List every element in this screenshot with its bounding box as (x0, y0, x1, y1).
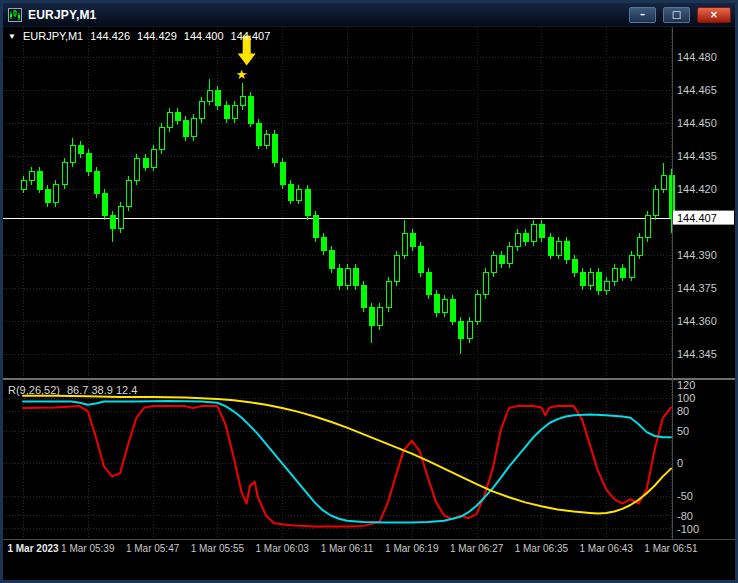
chart-client-area: ★144.480144.465144.450144.435144.420144.… (3, 27, 735, 580)
candle-body (256, 123, 261, 145)
candle-body (369, 308, 374, 326)
chart-window-icon (7, 7, 23, 23)
candle-body (288, 185, 293, 200)
time-axis-label: 1 Mar 2023 (7, 543, 59, 554)
candle-body (313, 215, 318, 237)
candle-body (62, 163, 67, 185)
candle-body (175, 112, 180, 121)
candle-body (467, 321, 472, 339)
candle-body (353, 268, 358, 286)
quote-low: 144.400 (184, 30, 224, 42)
candle-body (426, 273, 431, 295)
candle-body (539, 224, 544, 237)
candle-body (596, 273, 601, 291)
candle-body (499, 255, 504, 264)
candle-body (37, 171, 42, 189)
indicator-axis-label: 100 (677, 392, 695, 404)
quote-symbol: EURJPY,M1 (23, 30, 83, 42)
symbol-dropdown-icon[interactable]: ▼ (8, 32, 16, 41)
candle-body (207, 90, 212, 101)
quote-open: 144.426 (90, 30, 130, 42)
price-axis-label: 144.375 (677, 282, 717, 294)
candle-body (70, 145, 75, 163)
price-axis-label: 144.480 (677, 51, 717, 63)
candle-body (531, 224, 536, 242)
indicator-axis-label: -80 (677, 510, 693, 522)
indicator-axis-label: 80 (677, 405, 689, 417)
candle-body (637, 237, 642, 255)
candle-body (564, 242, 569, 260)
candle-body (377, 308, 382, 326)
time-axis-label: 1 Mar 05:55 (191, 543, 245, 554)
candle-body (45, 189, 50, 202)
signal-star-icon: ★ (236, 67, 248, 82)
maximize-button[interactable]: □ (663, 7, 690, 23)
candle-body (296, 189, 301, 200)
price-axis-label: 144.450 (677, 117, 717, 129)
titlebar[interactable]: EURJPY,M1 – □ × (3, 3, 735, 27)
close-button[interactable]: × (697, 7, 731, 23)
candle-body (458, 321, 463, 339)
candle-body (29, 171, 34, 180)
price-axis[interactable]: 144.480144.465144.450144.435144.420144.3… (673, 51, 734, 535)
price-axis-label: 144.420 (677, 183, 717, 195)
current-price-label: 144.407 (677, 212, 717, 224)
candle-body (620, 268, 625, 277)
quote-header: ▼ EURJPY,M1 144.426 144.429 144.400 144.… (8, 30, 270, 42)
chart-canvas[interactable]: ★144.480144.465144.450144.435144.420144.… (3, 27, 735, 580)
time-axis-label: 1 Mar 06:11 (321, 543, 374, 554)
candle-body (329, 251, 334, 269)
candle-body (661, 176, 666, 189)
minimize-button[interactable]: – (629, 7, 656, 23)
time-axis-label: 1 Mar 06:19 (385, 543, 439, 554)
candle-body (126, 180, 131, 206)
candle-body (191, 119, 196, 137)
candle-body (523, 233, 528, 242)
candle-body (151, 149, 156, 167)
candle-body (94, 171, 99, 193)
candle-body (280, 163, 285, 185)
candle-body (491, 255, 496, 273)
candle-body (402, 233, 407, 255)
candle-body (21, 180, 26, 189)
chart-icon (8, 8, 22, 22)
candle-body (361, 286, 366, 308)
candle-body (645, 215, 650, 237)
indicator-axis-label: -100 (677, 523, 699, 535)
chart-window: EURJPY,M1 – □ × ★144.480144.465144.45014… (0, 0, 738, 583)
candle-body (272, 134, 277, 163)
time-axis[interactable]: 1 Mar 20231 Mar 05:391 Mar 05:471 Mar 05… (7, 543, 698, 554)
candle-body (232, 105, 237, 118)
candle-body (240, 97, 245, 106)
time-axis-label: 1 Mar 06:51 (644, 543, 698, 554)
price-axis-label: 144.390 (677, 249, 717, 261)
candle-body (629, 255, 634, 277)
quote-close: 144.407 (231, 30, 271, 42)
candle-body (215, 90, 220, 105)
candle-body (53, 185, 58, 203)
pane-separator[interactable] (3, 378, 735, 380)
candle-body (183, 121, 188, 136)
candle-body (143, 158, 148, 167)
window-title: EURJPY,M1 (28, 8, 622, 22)
candle-body (588, 273, 593, 286)
oscillator-line-red (23, 406, 671, 526)
candle-body (604, 281, 609, 290)
candle-body (394, 255, 399, 281)
candle-body (110, 215, 115, 228)
candle-body (224, 105, 229, 118)
candle-body (386, 281, 391, 307)
candle-body (248, 97, 253, 123)
indicator-axis-label: 120 (677, 379, 695, 391)
candle-body (134, 158, 139, 180)
candle-body (337, 268, 342, 286)
candle-body (653, 189, 658, 215)
quote-high: 144.429 (137, 30, 177, 42)
candle-body (159, 127, 164, 149)
candle-body (321, 237, 326, 250)
time-axis-label: 1 Mar 06:27 (450, 543, 504, 554)
candle-body (102, 193, 107, 215)
candle-body (442, 299, 447, 312)
candle-body (167, 112, 172, 127)
indicator-name: R(9,26,52) (8, 384, 60, 396)
